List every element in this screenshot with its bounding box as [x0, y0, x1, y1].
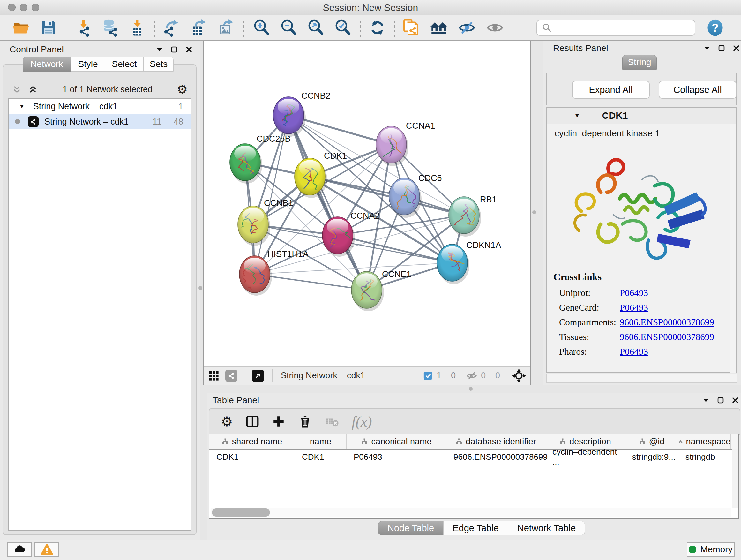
- table-type-tabs: Node Table Edge Table Network Table: [378, 521, 585, 535]
- show-columns-icon[interactable]: [245, 414, 260, 429]
- tab-style[interactable]: Style: [71, 57, 105, 71]
- grid-view-icon[interactable]: [208, 370, 219, 381]
- node-section-header[interactable]: ▼ CDK1: [547, 108, 736, 124]
- zoom-in-button[interactable]: [252, 18, 271, 37]
- import-table-file-button[interactable]: [128, 18, 147, 37]
- panel-float-icon[interactable]: [171, 46, 178, 53]
- node-table: shared namenamecanonical namedatabase id…: [209, 434, 739, 519]
- new-network-from-selection-button[interactable]: [401, 18, 420, 37]
- panel-menu-icon[interactable]: [702, 396, 710, 404]
- tab-network-table[interactable]: Network Table: [508, 521, 585, 535]
- network-node-CDC25B[interactable]: CDC25B: [230, 134, 291, 184]
- network-thumbnail-icon[interactable]: [225, 370, 238, 382]
- crosslink-value-link[interactable]: P06493: [620, 302, 648, 313]
- export-table-button[interactable]: [188, 18, 207, 37]
- column-header-canonical-name[interactable]: canonical name: [347, 434, 447, 449]
- table-cell[interactable]: cyclin–dependent ...: [545, 449, 625, 464]
- results-horizontal-scrollbar[interactable]: [546, 374, 737, 383]
- column-header-shared-name[interactable]: shared name: [209, 434, 295, 449]
- crosslink-value-link[interactable]: 9606.ENSP00000378699: [620, 332, 714, 342]
- tab-select[interactable]: Select: [105, 57, 144, 71]
- panel-menu-icon[interactable]: [703, 44, 711, 52]
- fit-selection-crosshair-icon[interactable]: [512, 369, 526, 383]
- network-list-options-gear-icon[interactable]: ⚙: [177, 84, 188, 95]
- table-cell[interactable]: P06493: [347, 449, 447, 464]
- right-splitter-handle[interactable]: [532, 210, 536, 214]
- zoom-out-button[interactable]: [279, 18, 298, 37]
- memory-button[interactable]: Memory: [687, 542, 735, 557]
- panel-close-icon[interactable]: [185, 46, 193, 53]
- collapse-all-icon[interactable]: [11, 84, 22, 95]
- tab-edge-table[interactable]: Edge Table: [443, 521, 508, 535]
- import-network-file-button[interactable]: [74, 18, 93, 37]
- column-header-database-identifier[interactable]: database identifier: [447, 434, 545, 449]
- cloud-status-button[interactable]: [7, 542, 32, 557]
- show-all-button[interactable]: [485, 18, 504, 37]
- expand-all-button[interactable]: Expand All: [572, 81, 650, 99]
- export-network-button[interactable]: [161, 18, 180, 37]
- scrollbar-thumb[interactable]: [212, 508, 270, 516]
- toolbar-search-field[interactable]: [536, 20, 695, 36]
- zoom-fit-button[interactable]: [307, 18, 326, 37]
- warning-status-button[interactable]: [35, 542, 59, 557]
- table-row[interactable]: CDK1CDK1P064939606.ENSP00000378699cyclin…: [209, 449, 738, 464]
- network-node-CCNB2[interactable]: CCNB2: [273, 91, 331, 137]
- network-canvas[interactable]: CCNB2CCNA1CDC25BCDK1CDC6RB1CCNB1CCNA2CDK…: [204, 41, 530, 367]
- crosslink-value-link[interactable]: P06493: [620, 347, 648, 357]
- export-image-button[interactable]: [216, 18, 235, 37]
- tab-sets[interactable]: Sets: [144, 57, 174, 71]
- tab-network[interactable]: Network: [23, 57, 71, 71]
- svg-text:?: ?: [712, 21, 719, 34]
- table-cell[interactable]: CDK1: [295, 449, 347, 464]
- horizontal-splitter-handle[interactable]: [469, 387, 473, 391]
- table-cell[interactable]: CDK1: [209, 449, 295, 464]
- add-column-icon[interactable]: [272, 415, 285, 428]
- zoom-selected-button[interactable]: [333, 18, 353, 37]
- control-panel-tabs: Network Style Select Sets: [23, 57, 174, 71]
- results-vertical-scrollbar[interactable]: [730, 124, 736, 373]
- network-node-CDKN1A[interactable]: CDKN1A: [437, 240, 501, 284]
- network-row-selected[interactable]: String Network – cdk1 11 48: [9, 114, 191, 129]
- column-header--id[interactable]: @id: [625, 434, 678, 449]
- search-input[interactable]: [555, 21, 695, 34]
- network-node-CCNE1[interactable]: CCNE1: [351, 269, 411, 311]
- network-node-CDC6[interactable]: CDC6: [389, 173, 442, 218]
- panel-close-icon[interactable]: [731, 396, 739, 404]
- import-network-database-button[interactable]: [101, 18, 120, 37]
- open-session-button[interactable]: [11, 18, 30, 37]
- expand-all-icon[interactable]: [27, 84, 38, 95]
- table-options-gear-icon[interactable]: ⚙: [221, 414, 233, 429]
- save-session-button[interactable]: [39, 18, 58, 37]
- delete-table-icon[interactable]: [325, 415, 339, 428]
- network-node-RB1[interactable]: RB1: [449, 195, 497, 237]
- table-vertical-scrollbar[interactable]: [732, 449, 738, 508]
- collapse-all-button[interactable]: Collapse All: [659, 81, 737, 99]
- tab-node-table[interactable]: Node Table: [378, 521, 443, 535]
- crosslink-value-link[interactable]: P06493: [620, 288, 648, 298]
- table-cell[interactable]: stringdb: [678, 449, 731, 464]
- network-collection-row[interactable]: ▼ String Network – cdk1 1: [9, 99, 191, 114]
- panel-float-icon[interactable]: [718, 44, 725, 52]
- table-cell[interactable]: stringdb:9...: [625, 449, 678, 464]
- table-cell[interactable]: 9606.ENSP00000378699: [447, 449, 545, 464]
- refresh-view-button[interactable]: [368, 18, 387, 37]
- crosslink-value-link[interactable]: 9606.ENSP00000378699: [620, 317, 714, 327]
- table-horizontal-scrollbar[interactable]: [211, 508, 731, 517]
- column-header-namespace[interactable]: namespace: [678, 434, 731, 449]
- detach-view-button[interactable]: [252, 370, 264, 382]
- delete-column-icon[interactable]: [298, 415, 312, 428]
- left-splitter-handle[interactable]: [199, 286, 202, 290]
- collection-disclosure-icon[interactable]: ▼: [19, 103, 25, 110]
- network-node-HIST1H1A[interactable]: HIST1H1A: [239, 249, 309, 296]
- hide-selected-button[interactable]: [457, 18, 476, 37]
- function-builder-icon[interactable]: f(x): [352, 413, 372, 430]
- panel-float-icon[interactable]: [717, 396, 724, 404]
- home-button[interactable]: [429, 18, 448, 37]
- column-header-name[interactable]: name: [295, 434, 347, 449]
- section-disclosure-icon[interactable]: ▼: [574, 112, 580, 119]
- tab-string[interactable]: String: [622, 55, 657, 70]
- panel-close-icon[interactable]: [732, 44, 740, 52]
- selected-checkbox-icon[interactable]: [423, 371, 433, 381]
- help-button[interactable]: ?: [705, 18, 725, 37]
- panel-menu-icon[interactable]: [156, 46, 163, 53]
